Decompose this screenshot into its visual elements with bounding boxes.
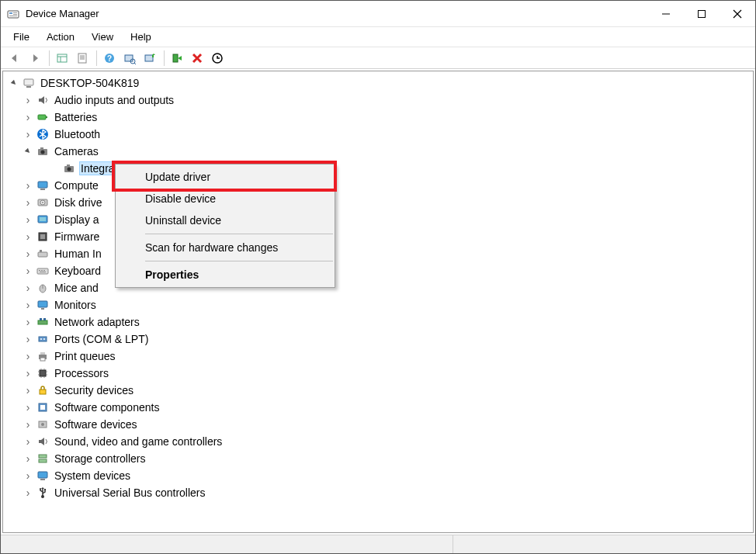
expander-icon[interactable] (22, 180, 34, 191)
tree-category-ports[interactable]: Ports (COM & LPT) (3, 331, 753, 348)
tree-category-audio[interactable]: Audio inputs and outputs (3, 92, 753, 109)
svg-rect-38 (40, 189, 45, 190)
enable-device-button[interactable] (168, 49, 186, 68)
expander-icon[interactable] (22, 147, 34, 155)
hid-icon (36, 247, 50, 261)
tree-node-label: Firmware (53, 230, 101, 244)
battery-icon (36, 110, 50, 124)
svg-rect-51 (43, 270, 45, 271)
expander-icon[interactable] (22, 197, 34, 208)
tree-category-print-queues[interactable]: Print queues (3, 348, 753, 365)
svg-rect-2 (13, 12, 17, 13)
device-tree-panel[interactable]: DESKTOP-504K819 Audio inputs and outputs… (2, 71, 754, 533)
expander-icon[interactable] (22, 300, 34, 310)
tree-category-sound[interactable]: Sound, video and game controllers (3, 433, 753, 450)
scan-hardware-button[interactable] (120, 49, 139, 68)
svg-rect-6 (699, 10, 706, 17)
expander-icon[interactable] (8, 79, 20, 87)
tree-category-storage[interactable]: Storage controllers (3, 450, 753, 467)
menu-file[interactable]: File (5, 29, 37, 45)
tree-category-batteries[interactable]: Batteries (3, 109, 753, 126)
tree-node-label: Monitors (53, 298, 98, 312)
expander-icon[interactable] (22, 436, 34, 447)
svg-point-61 (40, 338, 42, 340)
expander-icon[interactable] (22, 95, 34, 106)
svg-rect-22 (173, 54, 178, 62)
device-manager-window: Device Manager File Action View Help ? (0, 0, 756, 554)
tree-category-software-devices[interactable]: Software devices (3, 416, 753, 433)
tree-category-monitors[interactable]: Monitors (3, 296, 753, 313)
expander-icon[interactable] (22, 214, 34, 225)
svg-line-20 (134, 63, 136, 64)
tree-category-cameras[interactable]: Cameras (3, 143, 753, 160)
expander-icon[interactable] (22, 112, 34, 123)
svg-rect-46 (38, 252, 47, 257)
svg-rect-75 (40, 390, 46, 394)
titlebar: Device Manager (1, 1, 755, 27)
expander-icon[interactable] (22, 487, 34, 498)
svg-rect-47 (40, 250, 42, 252)
svg-rect-65 (40, 358, 45, 361)
menu-view[interactable]: View (84, 29, 121, 45)
context-menu-update-driver[interactable]: Update driver (117, 166, 333, 188)
tree-node-label: Network adapters (53, 315, 141, 329)
svg-rect-3 (13, 14, 17, 15)
svg-rect-66 (40, 370, 46, 376)
maximize-button[interactable] (684, 1, 720, 26)
disable-device-button[interactable] (208, 49, 227, 68)
update-driver-button[interactable] (140, 49, 159, 68)
expander-icon[interactable] (22, 248, 34, 259)
tree-category-system[interactable]: System devices (3, 467, 753, 484)
context-menu-properties[interactable]: Properties (117, 264, 333, 286)
expander-icon[interactable] (22, 317, 34, 327)
tree-category-security[interactable]: Security devices (3, 382, 753, 399)
expander-icon[interactable] (22, 419, 34, 430)
back-button[interactable] (5, 49, 24, 68)
expander-icon[interactable] (22, 129, 34, 140)
svg-rect-55 (38, 301, 47, 307)
forward-button[interactable] (26, 49, 44, 68)
svg-rect-49 (39, 270, 40, 271)
expander-icon[interactable] (22, 453, 34, 464)
expander-icon[interactable] (22, 334, 34, 345)
context-menu-scan-hardware[interactable]: Scan for hardware changes (117, 237, 333, 258)
tree-node-label: Print queues (53, 349, 117, 363)
tree-category-usb[interactable]: Universal Serial Bus controllers (3, 484, 753, 501)
menu-action[interactable]: Action (39, 29, 82, 45)
uninstall-device-button[interactable] (188, 49, 206, 68)
expander-icon[interactable] (22, 351, 34, 362)
expander-icon[interactable] (22, 385, 34, 396)
expander-icon[interactable] (22, 368, 34, 379)
tree-category-network[interactable]: Network adapters (3, 313, 753, 331)
svg-text:?: ? (107, 54, 112, 63)
svg-rect-82 (38, 472, 47, 478)
show-hide-console-tree-button[interactable] (53, 49, 71, 68)
svg-rect-4 (9, 16, 17, 16)
help-button[interactable]: ? (100, 49, 119, 68)
printer-icon (36, 349, 50, 363)
expander-icon[interactable] (22, 265, 34, 276)
speaker-icon (36, 93, 50, 107)
minimize-button[interactable] (648, 1, 684, 26)
svg-rect-50 (41, 270, 43, 271)
expander-icon[interactable] (22, 282, 34, 293)
tree-category-bluetooth[interactable]: Bluetooth (3, 126, 753, 143)
close-button[interactable] (720, 1, 755, 26)
expander-icon[interactable] (22, 402, 34, 413)
tree-category-processors[interactable]: Processors (3, 365, 753, 382)
monitor-icon (36, 298, 50, 312)
disk-icon (36, 196, 50, 209)
bluetooth-icon (36, 127, 50, 141)
expander-icon[interactable] (22, 470, 34, 481)
tree-root-row[interactable]: DESKTOP-504K819 (3, 74, 753, 92)
tree-category-software-components[interactable]: Software components (3, 399, 753, 416)
menu-help[interactable]: Help (123, 29, 159, 45)
context-menu-disable-device[interactable]: Disable device (117, 188, 333, 209)
expander-icon[interactable] (22, 231, 34, 242)
tree-node-label: Human In (53, 247, 103, 261)
properties-button[interactable] (73, 49, 92, 68)
context-menu-separator (145, 234, 333, 234)
status-cell (453, 535, 755, 553)
context-menu-uninstall-device[interactable]: Uninstall device (117, 209, 333, 231)
tree-root-label: DESKTOP-504K819 (39, 76, 140, 90)
